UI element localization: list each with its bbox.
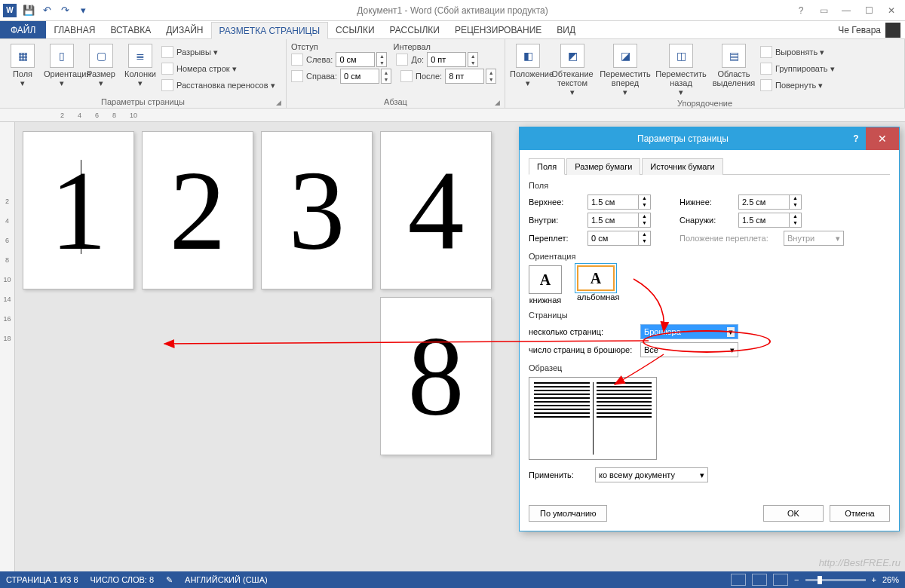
breaks-button[interactable]: Разрывы ▾	[161, 44, 275, 60]
apply-to-select[interactable]: ко всему документу▾	[595, 467, 708, 482]
status-proof-icon[interactable]: ✎	[166, 575, 173, 585]
hyphenation-button[interactable]: Расстановка переносов ▾	[161, 77, 275, 93]
cancel-button[interactable]: Отмена	[830, 505, 890, 522]
group-button[interactable]: Группировать ▾	[760, 60, 835, 77]
zoom-out-icon[interactable]: −	[794, 575, 799, 584]
tab-design[interactable]: ДИЗАЙН	[158, 21, 210, 38]
launcher-icon[interactable]: ◢	[276, 99, 281, 106]
help-icon[interactable]: ?	[793, 5, 808, 16]
rotate-button[interactable]: Повернуть ▾	[760, 77, 835, 93]
user-area[interactable]: Че Гевара	[838, 21, 905, 38]
selection-pane-button[interactable]: ▤Область выделения	[710, 41, 757, 87]
spacing-before-input[interactable]: ▲▼	[427, 52, 478, 67]
margins-button[interactable]: ▦Поля▾	[5, 41, 41, 88]
dtab-source[interactable]: Источник бумаги	[642, 158, 722, 175]
ok-button[interactable]: OK	[763, 505, 824, 522]
word-app-icon: W	[3, 4, 17, 17]
spacing-after-icon	[400, 70, 413, 82]
tab-page-layout[interactable]: РАЗМЕТКА СТРАНИЦЫ	[211, 22, 329, 39]
undo-icon[interactable]: ↶	[41, 5, 53, 17]
tab-view[interactable]: ВИД	[549, 21, 583, 38]
spacing-before-icon	[396, 54, 408, 66]
group-paragraph: Отступ Интервал Слева: ▲▼ До: ▲▼ Справа:…	[287, 39, 505, 108]
zoom-level[interactable]: 26%	[882, 575, 899, 584]
tab-mailings[interactable]: РАССЫЛКИ	[382, 21, 447, 38]
maximize-icon[interactable]: ☐	[861, 5, 876, 16]
tab-insert[interactable]: ВСТАВКА	[103, 21, 158, 38]
inside-margin-label: Внутри:	[529, 216, 581, 225]
group-page-setup: ▦Поля▾ ▯Ориентация▾ ▢Размер▾ ≣Колонки▾ Р…	[0, 39, 287, 108]
default-button[interactable]: По умолчанию	[529, 505, 607, 522]
quick-access-toolbar: W 💾 ↶ ↷ ▾	[0, 4, 89, 17]
ribbon-options-icon[interactable]: ▭	[816, 5, 831, 16]
columns-button[interactable]: ≣Колонки▾	[122, 41, 158, 88]
dialog-tabs: Поля Размер бумаги Источник бумаги	[529, 158, 890, 175]
top-margin-input[interactable]: ▲▼	[587, 194, 651, 210]
spacing-title: Интервал	[394, 42, 431, 51]
tab-review[interactable]: РЕЦЕНЗИРОВАНИЕ	[447, 21, 549, 38]
outside-margin-label: Снаружи:	[680, 216, 732, 225]
spacing-after-label: После:	[416, 72, 442, 81]
align-button[interactable]: Выровнять ▾	[760, 44, 835, 60]
save-icon[interactable]: 💾	[23, 5, 35, 17]
group-label: Абзац	[384, 97, 407, 106]
outside-margin-input[interactable]: ▲▼	[738, 213, 802, 228]
watermark: http://BestFREE.ru	[819, 557, 900, 568]
indent-left-icon	[291, 54, 303, 66]
dialog-help-icon[interactable]: ?	[846, 133, 866, 144]
page-1[interactable]: 1	[23, 131, 134, 289]
sample-section-label: Образец	[529, 363, 890, 372]
send-backward-button[interactable]: ◫Переместить назад▾	[655, 41, 707, 97]
status-language[interactable]: АНГЛИЙСКИЙ (США)	[185, 575, 268, 584]
spacing-after-input[interactable]: ▲▼	[445, 69, 496, 84]
status-page[interactable]: СТРАНИЦА 1 ИЗ 8	[6, 575, 78, 584]
size-button[interactable]: ▢Размер▾	[83, 41, 119, 88]
page-8[interactable]: 8	[380, 297, 492, 455]
qat-customize-icon[interactable]: ▾	[77, 5, 89, 17]
gutter-pos-select: Внутри▾	[784, 231, 844, 246]
redo-icon[interactable]: ↷	[59, 5, 71, 17]
portrait-option[interactable]: Aкнижная	[529, 265, 562, 305]
page-2[interactable]: 2	[142, 131, 253, 289]
dtab-margins[interactable]: Поля	[529, 158, 565, 175]
inside-margin-input[interactable]: ▲▼	[587, 213, 651, 228]
window-buttons: ? ▭ — ☐ ✕	[793, 5, 905, 16]
avatar	[885, 23, 900, 38]
page-thumbnails: 1 2 3 4 8	[23, 131, 505, 455]
launcher-icon[interactable]: ◢	[495, 99, 500, 106]
landscape-option[interactable]: Aальбомная	[577, 265, 619, 305]
bring-forward-button[interactable]: ◪Переместить вперед▾	[599, 41, 652, 97]
view-print-icon[interactable]	[752, 574, 767, 586]
page-3[interactable]: 3	[261, 131, 373, 289]
status-words[interactable]: ЧИСЛО СЛОВ: 8	[90, 575, 155, 584]
dtab-paper[interactable]: Размер бумаги	[566, 158, 640, 175]
indent-left-input[interactable]: ▲▼	[336, 52, 387, 67]
multiple-pages-select[interactable]: Брошюра▾	[640, 324, 738, 339]
bottom-margin-input[interactable]: ▲▼	[738, 194, 802, 210]
indent-left-label: Слева:	[306, 55, 333, 64]
gutter-input[interactable]: ▲▼	[587, 231, 651, 246]
zoom-slider[interactable]	[805, 579, 866, 581]
tab-home[interactable]: ГЛАВНАЯ	[46, 21, 103, 38]
bottom-margin-label: Нижнее:	[680, 198, 732, 207]
dialog-close-icon[interactable]: ✕	[866, 127, 899, 150]
zoom-in-icon[interactable]: +	[872, 575, 876, 584]
vertical-ruler[interactable]: 246810141618	[0, 122, 15, 571]
indent-right-input[interactable]: ▲▼	[340, 69, 391, 84]
minimize-icon[interactable]: —	[839, 5, 854, 16]
orientation-button[interactable]: ▯Ориентация▾	[44, 41, 80, 88]
horizontal-ruler[interactable]: 246810	[0, 109, 905, 122]
page-4[interactable]: 4	[380, 131, 492, 289]
close-icon[interactable]: ✕	[884, 5, 899, 16]
position-button[interactable]: ◧Положение▾	[510, 41, 546, 88]
sheets-select[interactable]: Все▾	[640, 342, 738, 357]
margins-section-label: Поля	[529, 181, 890, 190]
view-read-icon[interactable]	[731, 574, 746, 586]
line-numbers-button[interactable]: Номера строк ▾	[161, 60, 275, 77]
tab-references[interactable]: ССЫЛКИ	[328, 21, 382, 38]
wrap-text-button[interactable]: ◩Обтекание текстом▾	[549, 41, 596, 97]
tab-file[interactable]: ФАЙЛ	[0, 21, 46, 38]
dialog-titlebar[interactable]: Параметры страницы ? ✕	[520, 127, 899, 150]
apply-to-label: Применить:	[529, 470, 589, 479]
view-web-icon[interactable]	[773, 574, 788, 586]
